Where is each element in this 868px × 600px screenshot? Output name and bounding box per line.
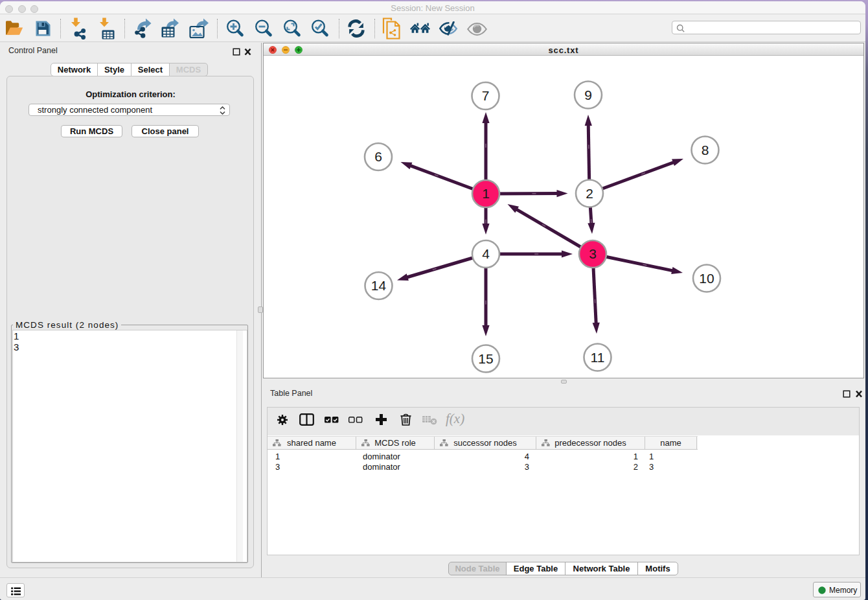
svg-text:4: 4 — [482, 246, 490, 261]
svg-text:10: 10 — [699, 271, 714, 286]
svg-text:11: 11 — [591, 350, 605, 365]
svg-text:7: 7 — [482, 88, 490, 103]
svg-text:6: 6 — [374, 149, 382, 164]
svg-text:9: 9 — [584, 87, 592, 102]
svg-text:3: 3 — [589, 246, 597, 261]
svg-text:15: 15 — [478, 351, 493, 366]
svg-text:2: 2 — [586, 186, 593, 201]
svg-text:14: 14 — [371, 278, 387, 293]
svg-text:8: 8 — [702, 143, 709, 157]
svg-text:1: 1 — [482, 186, 490, 201]
